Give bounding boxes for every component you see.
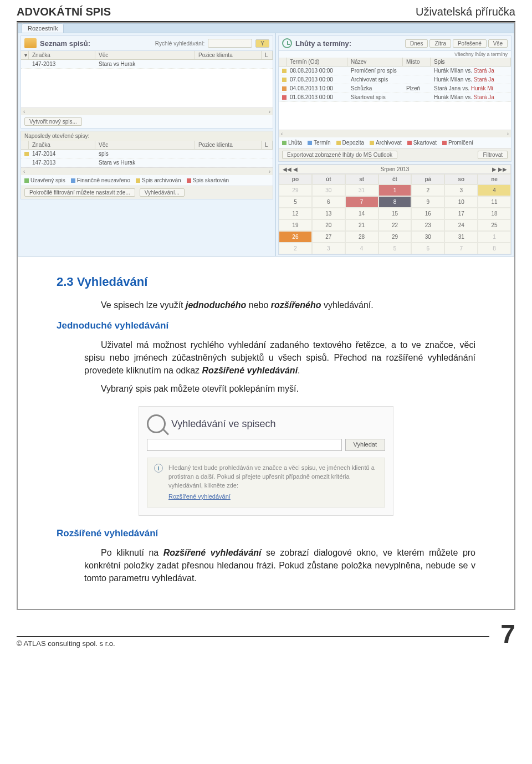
- cal-cell[interactable]: 3: [312, 243, 345, 254]
- col-l[interactable]: L: [262, 51, 273, 59]
- cal-cell[interactable]: 26: [279, 231, 312, 243]
- cal-cell[interactable]: 31: [444, 231, 478, 243]
- cal-cell[interactable]: 2: [279, 243, 312, 254]
- rcol-l[interactable]: L: [262, 141, 273, 149]
- subheading-simple: Jednoduché vyhledávání: [57, 319, 475, 333]
- table-row[interactable]: 147-2013Stara vs Hurak: [21, 60, 273, 69]
- legend-item: Promlčení: [442, 140, 473, 146]
- cal-cell[interactable]: 12: [279, 208, 312, 219]
- cal-cell[interactable]: 14: [345, 208, 378, 219]
- col-znacka[interactable]: Značka: [29, 51, 95, 59]
- filter-range-button[interactable]: Zítra: [429, 39, 451, 48]
- col-marker[interactable]: ▾: [21, 51, 29, 59]
- cal-cell[interactable]: 10: [444, 196, 478, 208]
- table-row[interactable]: 147-2014spis: [21, 150, 273, 158]
- cal-cell[interactable]: 27: [312, 231, 345, 243]
- filter-button[interactable]: Filtrovat: [478, 151, 508, 159]
- scrollbar3[interactable]: ‹›: [279, 130, 511, 137]
- cal-cell[interactable]: 4: [478, 184, 511, 196]
- lhuty-grid-header: Termín (Od) Název Místo Spis: [279, 58, 511, 66]
- col-pozice[interactable]: Pozice klienta: [195, 51, 262, 59]
- col-vec[interactable]: Věc: [95, 51, 195, 59]
- left-column: Seznam spisů: Rychlé vyhledávání: Y ▾ Zn…: [18, 33, 276, 256]
- cal-day-head: st: [345, 174, 378, 184]
- cal-cell[interactable]: 6: [312, 196, 345, 208]
- page-header: ADVOKÁTNÍ SPIS Uživatelská příručka: [0, 0, 532, 21]
- legend-item: Archivovat: [370, 140, 402, 146]
- cal-cell[interactable]: 15: [378, 208, 412, 219]
- lcol-spis[interactable]: Spis: [431, 58, 511, 66]
- cal-cell[interactable]: 4: [345, 243, 378, 254]
- cal-cell[interactable]: 28: [345, 231, 378, 243]
- scrollbar[interactable]: ‹›: [21, 107, 273, 115]
- cal-cell[interactable]: 29: [279, 184, 312, 196]
- cal-cell[interactable]: 21: [345, 219, 378, 231]
- cal-cell[interactable]: 19: [279, 219, 312, 231]
- table-row[interactable]: 147-2013Stara vs Hurak: [21, 158, 273, 167]
- all-deadlines-link[interactable]: Všechny lhůty a termíny: [279, 51, 511, 58]
- screenshot-search-dialog: Vyhledávání ve spisech Vyhledat i Hledan…: [139, 406, 393, 516]
- cal-cell[interactable]: 25: [478, 219, 511, 231]
- cal-cell[interactable]: 31: [345, 184, 378, 196]
- table-row[interactable]: 01.08.2013 00:00Skartovat spisHurák Mila…: [279, 93, 511, 102]
- cal-cell[interactable]: 13: [312, 208, 345, 219]
- filter-y-button[interactable]: Y: [255, 39, 269, 48]
- cal-day-head: so: [444, 174, 478, 184]
- panel-title-lhuty: Lhůty a termíny:: [295, 39, 351, 48]
- table-row[interactable]: 07.08.2013 00:00Archivovat spisHurák Mil…: [279, 75, 511, 84]
- cal-cell[interactable]: 22: [378, 219, 412, 231]
- folder-icon: [24, 38, 37, 48]
- cal-cell[interactable]: 6: [411, 243, 444, 254]
- cal-cell[interactable]: 1: [478, 231, 511, 243]
- search-info-box: i Hledaný text bude prohledáván ve značc…: [147, 458, 385, 507]
- cal-cell[interactable]: 5: [279, 196, 312, 208]
- rcol-vec[interactable]: Věc: [95, 141, 195, 149]
- cal-cell[interactable]: 17: [444, 208, 478, 219]
- panel-seznam-spisu: Seznam spisů: Rychlé vyhledávání: Y ▾ Zn…: [21, 35, 273, 129]
- cal-cell[interactable]: 8: [478, 243, 511, 254]
- search-text-input[interactable]: [147, 439, 342, 451]
- page-footer: © ATLAS consulting spol. s r.o. 7: [0, 616, 532, 659]
- lcol-misto[interactable]: Místo: [403, 58, 431, 66]
- cal-cell[interactable]: 8: [378, 196, 412, 208]
- filter-range-button[interactable]: Dnes: [405, 39, 428, 48]
- search-button[interactable]: Vyhledávání...: [140, 188, 185, 197]
- quick-search-input[interactable]: [208, 39, 252, 48]
- advanced-search-link[interactable]: Rozšířené vyhledávání: [168, 493, 378, 501]
- cal-cell[interactable]: 24: [444, 219, 478, 231]
- cal-cell[interactable]: 1: [378, 184, 412, 196]
- table-row[interactable]: 04.08.2013 10:00SchůzkaPlzeňStará Jana v…: [279, 84, 511, 93]
- cal-cell[interactable]: 30: [411, 231, 444, 243]
- cal-prev[interactable]: ◀◀ ◀: [283, 166, 298, 172]
- search-submit-button[interactable]: Vyhledat: [345, 439, 385, 451]
- cal-cell[interactable]: 30: [312, 184, 345, 196]
- cal-cell[interactable]: 7: [444, 243, 478, 254]
- cal-cell[interactable]: 20: [312, 219, 345, 231]
- cal-cell[interactable]: 18: [478, 208, 511, 219]
- table-row[interactable]: 08.08.2013 00:00Promlčení pro spisHurák …: [279, 66, 511, 75]
- cal-cell[interactable]: 23: [411, 219, 444, 231]
- rcol-pozice[interactable]: Pozice klienta: [195, 141, 262, 149]
- filter-range-button[interactable]: Pořešené: [453, 39, 487, 48]
- cal-cell[interactable]: 5: [378, 243, 412, 254]
- lcol-term[interactable]: Termín (Od): [287, 58, 347, 66]
- advanced-filter-button[interactable]: Pokročilé filtrování můžete nastavit zde…: [24, 188, 135, 197]
- cal-next[interactable]: ▶ ▶▶: [492, 166, 507, 172]
- filter-range-button[interactable]: Vše: [488, 39, 508, 48]
- cal-cell[interactable]: 16: [411, 208, 444, 219]
- export-outlook-button[interactable]: Exportovat zobrazené lhůty do MS Outlook: [282, 151, 397, 159]
- cal-cell[interactable]: 11: [478, 196, 511, 208]
- scrollbar2[interactable]: ‹›: [21, 167, 273, 175]
- quick-search-label: Rychlé vyhledávání:: [155, 40, 205, 47]
- cal-cell[interactable]: 3: [444, 184, 478, 196]
- tab-rozcestnik[interactable]: Rozcestník: [22, 23, 64, 33]
- cal-cell[interactable]: 2: [411, 184, 444, 196]
- create-spis-button[interactable]: Vytvořit nový spis...: [24, 117, 82, 126]
- lcol-nazev[interactable]: Název: [347, 58, 403, 66]
- cal-cell[interactable]: 7: [345, 196, 378, 208]
- legend-item: Spis archivován: [136, 177, 181, 183]
- panel-title-seznam: Seznam spisů:: [40, 39, 90, 48]
- cal-cell[interactable]: 29: [378, 231, 412, 243]
- cal-cell[interactable]: 9: [411, 196, 444, 208]
- rcol-znacka[interactable]: Značka: [29, 141, 95, 149]
